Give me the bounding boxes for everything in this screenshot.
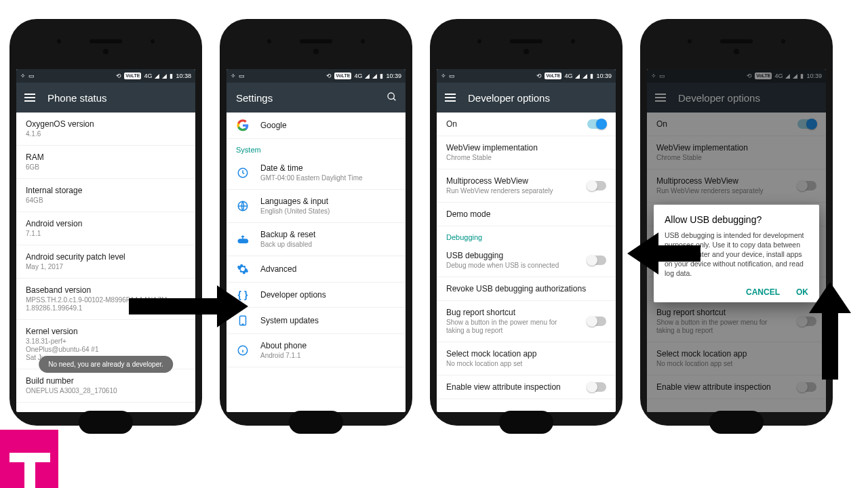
status-bar: ✧▭⟲VoLTE4G◢◢▮10:39	[437, 69, 616, 83]
row-icon	[236, 233, 250, 245]
dev-row[interactable]: USB debuggingDebug mode when USB is conn…	[437, 244, 616, 277]
settings-row[interactable]: Date & timeGMT-04:00 Eastern Daylight Ti…	[226, 157, 406, 190]
ok-button[interactable]: OK	[796, 287, 808, 297]
row-icon	[236, 344, 250, 357]
volte-badge: VoLTE	[124, 73, 141, 79]
row-title: Developer options	[260, 290, 326, 300]
cancel-button[interactable]: CANCEL	[746, 287, 780, 297]
phone-status-device: ✧ ▭ ⟲ VoLTE 4G ◢ ◢ ▮ 10:38 Phone status …	[9, 19, 202, 426]
info-row[interactable]: RAM6GB	[16, 146, 195, 179]
row-subtitle: English (United States)	[260, 207, 330, 216]
row-subtitle: 6GB	[26, 163, 44, 171]
clock: 10:39	[386, 73, 401, 79]
status-bar: ✧▭ ⟲VoLTE 4G◢◢▮ 10:39	[226, 69, 406, 83]
row-title: Kernel version	[26, 327, 98, 336]
toast: No need, you are already a developer.	[39, 356, 173, 373]
dev-master-toggle[interactable]: On	[437, 113, 616, 136]
row-title: Build number	[26, 376, 117, 386]
signal-icon: ◢	[162, 73, 167, 79]
signal-icon: ◢	[155, 73, 159, 79]
toggle-switch[interactable]	[587, 317, 606, 326]
info-row[interactable]: Build numberONEPLUS A3003_28_170610	[16, 369, 195, 403]
settings-row[interactable]: Languages & inputEnglish (United States)	[226, 190, 406, 223]
battery-icon: ▮	[170, 73, 173, 79]
usb-dialog-device: ✧▭⟲VoLTE4G◢◢▮10:39Developer optionsOnWeb…	[640, 19, 833, 426]
settings-row[interactable]: Advanced	[226, 256, 406, 283]
row-icon	[236, 167, 250, 179]
row-subtitle: GMT-04:00 Eastern Daylight Time	[260, 174, 363, 182]
row-title: About phone	[260, 341, 307, 350]
row-title: OxygenOS version	[26, 119, 94, 129]
dev-row[interactable]: WebView implementationChrome Stable	[437, 136, 616, 169]
dialog-title: Allow USB debugging?	[665, 214, 808, 225]
sync-icon: ⟲	[116, 73, 121, 79]
clock: 10:38	[176, 73, 191, 79]
row-title: Google	[260, 121, 287, 130]
page-title: Developer options	[468, 92, 550, 104]
app-bar: Phone status	[16, 83, 195, 113]
notif-icon: ✧	[20, 73, 26, 79]
section-header: System	[226, 139, 406, 157]
settings-row[interactable]: About phoneAndroid 7.1.1	[226, 334, 406, 367]
info-row[interactable]: Internal storage64GB	[16, 179, 195, 212]
row-subtitle: 4.1.6	[26, 130, 94, 138]
toggle-switch[interactable]	[587, 181, 606, 190]
clock: 10:39	[596, 73, 612, 79]
row-subtitle: Android 7.1.1	[260, 352, 307, 360]
toggle-switch[interactable]	[587, 382, 606, 392]
info-row[interactable]: Android version7.1.1	[16, 212, 195, 245]
settings-row-google[interactable]: Google	[226, 113, 406, 139]
dev-row[interactable]: Enable view attribute inspection	[437, 375, 616, 399]
menu-icon[interactable]	[445, 94, 456, 102]
info-row[interactable]: Android security patch levelMay 1, 2017	[16, 245, 195, 279]
dev-row[interactable]: Bug report shortcutShow a button in the …	[437, 301, 616, 342]
app-bar: Settings	[226, 83, 406, 113]
row-subtitle: May 1, 2017	[26, 263, 125, 271]
row-subtitle: ONEPLUS A3003_28_170610	[26, 387, 117, 395]
settings-row[interactable]: Backup & resetBack up disabled	[226, 223, 406, 256]
toggle-switch[interactable]	[587, 256, 606, 265]
row-title: Languages & input	[260, 197, 330, 206]
row-title: Baseband version	[26, 285, 186, 295]
dev-row[interactable]: Revoke USB debugging authorizations	[437, 277, 616, 301]
row-title: Advanced	[260, 264, 296, 274]
row-subtitle: Back up disabled	[260, 241, 315, 249]
svg-line-1	[393, 98, 395, 100]
row-title: Internal storage	[26, 186, 82, 195]
page-title: Settings	[236, 92, 273, 104]
row-subtitle: 64GB	[26, 197, 82, 205]
dev-row[interactable]: Select mock location appNo mock location…	[437, 342, 616, 375]
row-icon	[236, 263, 250, 275]
row-title: Date & time	[260, 163, 363, 173]
search-icon[interactable]	[387, 92, 397, 104]
toggle-switch[interactable]	[587, 119, 606, 129]
row-title: Android version	[26, 219, 82, 228]
developer-options-device: ✧▭⟲VoLTE4G◢◢▮10:39Developer optionsOnWeb…	[430, 19, 623, 426]
row-title: Backup & reset	[260, 230, 315, 239]
row-title: RAM	[26, 152, 44, 162]
row-title: System updates	[260, 316, 319, 325]
row-icon	[236, 200, 250, 212]
menu-icon[interactable]	[24, 94, 35, 102]
section-header: Debugging	[437, 226, 616, 244]
brand-logo	[0, 430, 58, 488]
app-bar: Developer options	[437, 83, 616, 113]
dev-row[interactable]: Demo mode	[437, 203, 616, 226]
google-icon	[236, 119, 250, 131]
settings-device: ✧▭ ⟲VoLTE 4G◢◢▮ 10:39 Settings	[220, 19, 412, 426]
dev-row[interactable]: Multiprocess WebViewRun WebView renderer…	[437, 169, 616, 203]
settings-row[interactable]: { }Developer options	[226, 283, 406, 308]
status-bar: ✧ ▭ ⟲ VoLTE 4G ◢ ◢ ▮ 10:38	[16, 69, 195, 83]
settings-row[interactable]: System updates	[226, 308, 406, 334]
row-title: Android security patch level	[26, 252, 125, 262]
row-subtitle: 7.1.1	[26, 230, 82, 238]
page-title: Phone status	[47, 92, 107, 104]
info-row[interactable]: OxygenOS version4.1.6	[16, 113, 195, 146]
svg-point-0	[388, 93, 394, 99]
notif-icon: ▭	[28, 73, 35, 79]
network-label: 4G	[144, 73, 152, 79]
